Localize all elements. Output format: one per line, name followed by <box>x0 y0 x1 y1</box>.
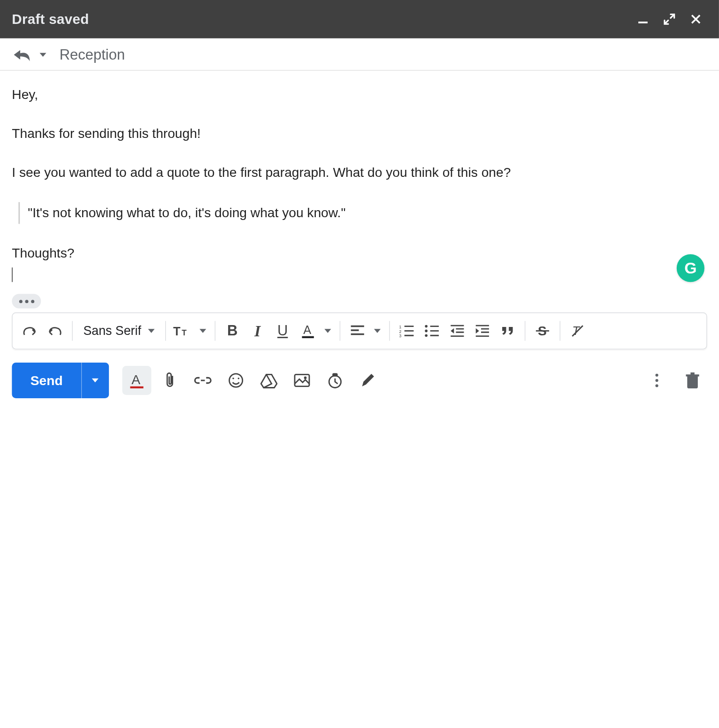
separator <box>72 321 72 341</box>
reply-icon[interactable] <box>12 47 31 63</box>
indent-less-button[interactable] <box>445 319 469 343</box>
font-size-dropdown[interactable] <box>196 319 209 343</box>
attach-file-button[interactable] <box>155 366 184 395</box>
grammarly-letter: G <box>684 257 696 280</box>
email-body-editor[interactable]: Hey, Thanks for sending this through! I … <box>0 71 719 290</box>
pop-in-icon[interactable] <box>658 8 681 30</box>
action-bar: Send A <box>0 349 719 410</box>
svg-text:A: A <box>303 323 311 336</box>
font-size-button[interactable]: TT <box>171 319 195 343</box>
indent-more-button[interactable] <box>470 319 494 343</box>
confidential-mode-button[interactable] <box>321 366 350 395</box>
quote-text: "It's not knowing what to do, it's doing… <box>28 205 345 220</box>
text-color-dropdown[interactable] <box>321 319 334 343</box>
chevron-down-icon <box>92 379 99 382</box>
align-button[interactable] <box>345 319 369 343</box>
svg-rect-35 <box>130 387 143 388</box>
italic-button[interactable]: I <box>245 319 269 343</box>
chevron-down-icon <box>39 53 46 57</box>
chevron-down-icon <box>374 329 380 333</box>
svg-point-16 <box>425 325 428 328</box>
send-button[interactable]: Send <box>12 363 81 398</box>
chevron-down-icon <box>148 329 154 333</box>
svg-point-43 <box>655 374 658 377</box>
formatting-options-button[interactable]: A <box>122 366 151 395</box>
remove-formatting-button[interactable]: T <box>566 319 589 343</box>
font-family-label: Sans Serif <box>83 324 141 338</box>
show-trimmed-content[interactable] <box>12 294 41 309</box>
separator <box>214 321 215 341</box>
insert-link-button[interactable] <box>188 366 217 395</box>
svg-text:T: T <box>173 325 180 338</box>
svg-point-40 <box>304 377 307 379</box>
svg-point-45 <box>655 384 658 387</box>
underline-button[interactable]: U <box>271 319 295 343</box>
svg-text:1: 1 <box>399 325 401 329</box>
undo-button[interactable] <box>18 319 42 343</box>
insert-photo-button[interactable] <box>287 366 316 395</box>
svg-text:3: 3 <box>399 334 401 337</box>
window-titlebar: Draft saved <box>0 0 719 38</box>
redo-button[interactable] <box>43 319 67 343</box>
svg-rect-39 <box>295 374 309 386</box>
body-paragraph: Thoughts? <box>12 244 707 263</box>
svg-text:2: 2 <box>399 329 401 334</box>
svg-point-37 <box>232 378 234 379</box>
insert-drive-button[interactable] <box>254 366 283 395</box>
separator <box>165 321 166 341</box>
blockquote: "It's not knowing what to do, it's doing… <box>18 202 707 224</box>
grammarly-badge[interactable]: G <box>677 254 704 282</box>
body-paragraph: Thanks for sending this through! <box>12 124 707 144</box>
body-paragraph: I see you wanted to add a quote to the f… <box>12 163 707 182</box>
insert-signature-button[interactable] <box>353 366 382 395</box>
insert-emoji-button[interactable] <box>222 366 251 395</box>
svg-point-44 <box>655 379 658 382</box>
svg-point-17 <box>425 330 428 333</box>
svg-point-38 <box>237 378 239 379</box>
text-cursor <box>12 267 12 282</box>
svg-text:A: A <box>131 372 140 387</box>
bold-button[interactable]: B <box>221 319 245 343</box>
strikethrough-button[interactable]: S <box>530 319 554 343</box>
send-options-dropdown[interactable] <box>81 363 109 398</box>
reply-type-dropdown[interactable] <box>39 53 46 57</box>
svg-point-36 <box>229 374 242 387</box>
more-options-button[interactable] <box>643 366 672 395</box>
subject-text: Reception <box>60 46 125 64</box>
svg-rect-6 <box>302 336 314 338</box>
subject-row: Reception <box>0 38 719 71</box>
bulleted-list-button[interactable] <box>420 319 444 343</box>
quote-button[interactable] <box>496 319 520 343</box>
chevron-down-icon <box>324 329 331 333</box>
close-button[interactable] <box>685 8 707 30</box>
separator <box>559 321 560 341</box>
minimize-button[interactable] <box>632 8 654 30</box>
body-paragraph: Hey, <box>12 85 707 105</box>
font-family-select[interactable]: Sans Serif <box>78 324 160 338</box>
send-button-group: Send <box>12 363 109 398</box>
svg-text:T: T <box>182 328 187 337</box>
discard-draft-button[interactable] <box>678 366 707 395</box>
separator <box>524 321 525 341</box>
window-title: Draft saved <box>12 11 627 27</box>
separator <box>339 321 340 341</box>
align-dropdown[interactable] <box>370 319 383 343</box>
chevron-down-icon <box>199 329 206 333</box>
formatting-toolbar: Sans Serif TT B I U A 123 S T <box>12 312 707 349</box>
svg-point-18 <box>425 334 428 337</box>
text-color-button[interactable]: A <box>296 319 320 343</box>
svg-rect-42 <box>332 373 337 377</box>
numbered-list-button[interactable]: 123 <box>395 319 419 343</box>
separator <box>389 321 390 341</box>
